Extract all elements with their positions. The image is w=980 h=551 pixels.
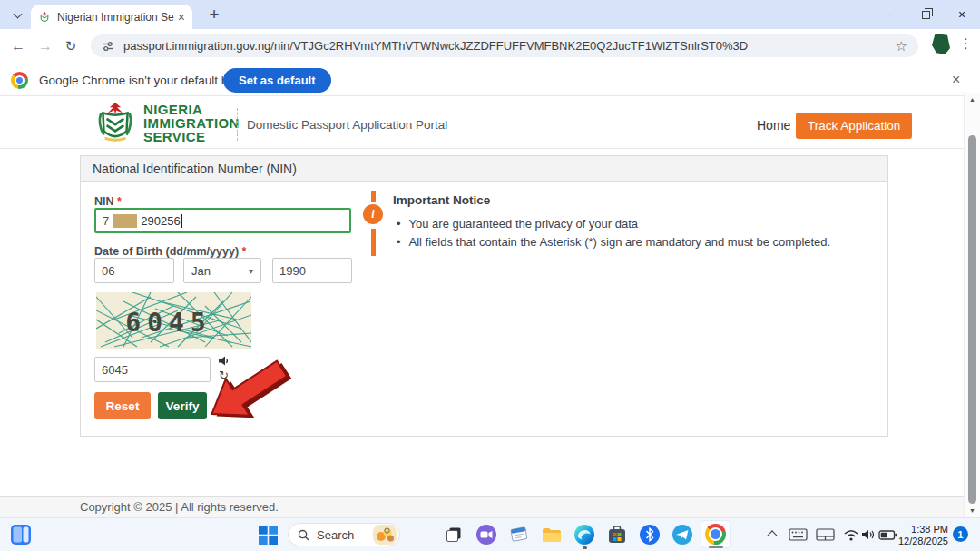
clock-date: 12/28/2025: [894, 536, 948, 547]
tab-title: Nigerian Immigration Services |: [57, 11, 174, 24]
nin-redaction-mask: [113, 214, 137, 228]
dob-day-input[interactable]: [94, 258, 174, 283]
minimize-button[interactable]: −: [871, 0, 907, 29]
bluetooth-icon[interactable]: [639, 524, 661, 546]
verify-button[interactable]: Verify: [158, 392, 207, 419]
window-controls: − ×: [871, 0, 980, 29]
tray-overflow-button[interactable]: [769, 532, 776, 539]
copyright-footer: Copyright © 2025 | All rights reserved.: [0, 496, 980, 517]
scroll-down-icon[interactable]: ▼: [965, 507, 980, 514]
panel-title: National Identification Number (NIN): [81, 156, 887, 182]
edge-icon[interactable]: [573, 524, 595, 546]
captcha-refresh-icon[interactable]: ↻: [219, 369, 229, 382]
restore-button[interactable]: [907, 0, 944, 29]
nav-home-link[interactable]: Home: [757, 118, 790, 133]
edge-running-indicator: [583, 546, 587, 549]
telegram-icon[interactable]: [671, 524, 693, 546]
nin-visible-digits: 290256: [141, 214, 180, 228]
nin-prefix-fragment: 7: [103, 214, 109, 228]
dob-month-value: Jan: [191, 264, 211, 278]
captcha-text: 6045: [125, 308, 211, 338]
infobar-close-icon[interactable]: ×: [952, 72, 960, 88]
portal-title: Domestic Passport Application Portal: [247, 118, 447, 132]
start-button[interactable]: [259, 526, 278, 545]
dob-month-select[interactable]: Jan ▾: [183, 258, 261, 283]
restore-icon: [922, 11, 930, 19]
dob-label: Date of Birth (dd/mm/yyyy) *: [94, 245, 246, 258]
red-arrow-annotation: [201, 358, 292, 426]
notification-badge[interactable]: 1: [953, 526, 968, 542]
chrome-running-indicator: [709, 546, 723, 548]
search-placeholder: Search: [317, 528, 373, 542]
captcha-input[interactable]: [94, 357, 211, 382]
reset-button[interactable]: Reset: [94, 392, 151, 419]
search-icon: [298, 529, 309, 541]
address-bar[interactable]: passport.immigration.gov.ng/nin/VTJGc2RH…: [91, 34, 918, 57]
scrollbar-thumb[interactable]: [968, 135, 976, 504]
track-application-button[interactable]: Track Application: [796, 113, 912, 139]
taskbar-clock[interactable]: 1:38 PM 12/28/2025: [894, 524, 948, 546]
notice-item: • You are guaranteed the privacy of your…: [397, 217, 638, 231]
chevron-up-icon: [767, 530, 777, 540]
widgets-icon[interactable]: [10, 524, 32, 546]
site-header: NIGERIA IMMIGRATION SERVICE Domestic Pas…: [0, 96, 980, 149]
rail-dash: [371, 191, 376, 202]
search-box[interactable]: Search: [288, 523, 400, 546]
wifi-icon[interactable]: [843, 529, 859, 541]
site-favicon-icon: [38, 11, 51, 24]
chevron-down-icon: ▾: [249, 266, 253, 276]
info-icon: i: [363, 204, 383, 224]
required-mark: *: [117, 195, 122, 208]
notice-item: • All fields that contain the Asterisk (…: [397, 235, 830, 249]
search-highlight-image[interactable]: [373, 525, 397, 545]
bullet-icon: •: [397, 217, 401, 231]
brand-wordmark: NIGERIA IMMIGRATION SERVICE: [143, 103, 240, 143]
set-as-default-button[interactable]: Set as default: [223, 68, 331, 93]
text-cursor: [181, 214, 182, 228]
brand-line: NIGERIA: [143, 103, 240, 116]
file-explorer-icon[interactable]: [541, 524, 563, 546]
dob-year-input[interactable]: [272, 258, 352, 283]
tab-search-button[interactable]: [15, 11, 23, 19]
nis-coat-of-arms-logo: [93, 101, 137, 144]
rail-dash: [371, 229, 376, 256]
mail-app-icon[interactable]: [508, 524, 530, 546]
chrome-logo-icon: [11, 72, 28, 89]
chevron-down-icon: [14, 10, 23, 19]
touchpad-icon[interactable]: [816, 528, 835, 541]
required-mark: *: [242, 245, 247, 258]
browser-tab[interactable]: Nigerian Immigration Services | ×: [31, 5, 192, 29]
bullet-icon: •: [397, 235, 401, 249]
tab-close-icon[interactable]: ×: [178, 11, 185, 24]
captcha-audio-icon[interactable]: [218, 355, 230, 367]
nin-panel: National Identification Number (NIN) NIN…: [80, 155, 888, 437]
url-text: passport.immigration.gov.ng/nin/VTJGc2RH…: [123, 39, 896, 53]
store-icon[interactable]: [606, 524, 628, 546]
volume-icon[interactable]: [861, 528, 876, 541]
reload-button[interactable]: ↻: [60, 35, 82, 57]
page-scrollbar[interactable]: ▲ ▼: [964, 93, 980, 517]
task-view-button[interactable]: [443, 524, 465, 546]
browser-titlebar: Nigerian Immigration Services | × + − ×: [0, 0, 980, 29]
screen: Nigerian Immigration Services | × + − × …: [0, 0, 980, 551]
brand-line: IMMIGRATION: [143, 116, 240, 130]
keyboard-icon[interactable]: [789, 528, 808, 541]
forward-button[interactable]: →: [34, 35, 56, 57]
new-tab-button[interactable]: +: [203, 4, 225, 25]
clock-time: 1:38 PM: [894, 524, 948, 536]
back-button[interactable]: ←: [7, 35, 29, 57]
nin-label: NIN *: [94, 195, 122, 208]
notice-title: Important Notice: [393, 193, 490, 207]
scroll-up-icon[interactable]: ▲: [965, 96, 980, 103]
site-settings-icon: [102, 40, 114, 53]
browser-menu-icon[interactable]: ⋮: [959, 35, 972, 52]
captcha-image: 6045: [96, 292, 251, 349]
header-divider: [237, 108, 238, 141]
nin-input[interactable]: 7 290256: [94, 208, 351, 233]
chat-app-icon[interactable]: [475, 524, 497, 546]
brand-line: SERVICE: [143, 130, 240, 143]
chrome-taskbar-icon[interactable]: [705, 524, 726, 545]
bookmark-star-icon[interactable]: ☆: [896, 38, 907, 54]
close-window-button[interactable]: ×: [944, 0, 980, 29]
